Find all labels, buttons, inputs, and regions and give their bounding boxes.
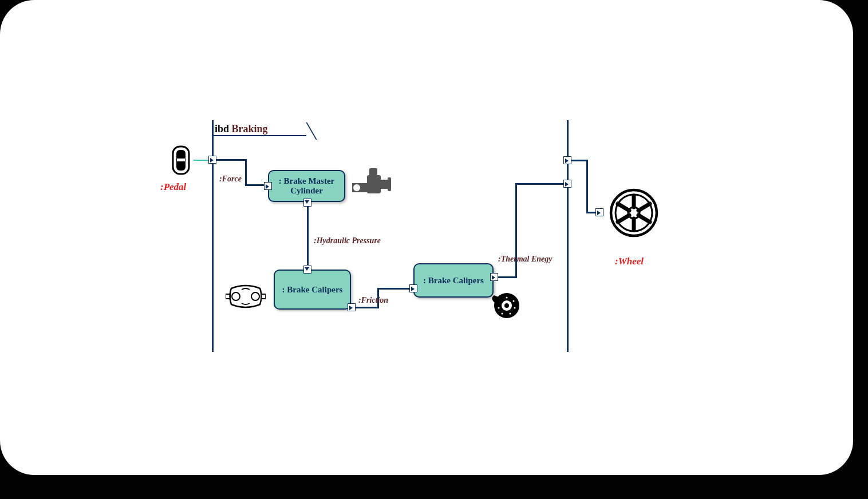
port-mc-out: [303, 199, 311, 207]
svg-rect-16: [381, 180, 389, 189]
port-wheel: [595, 208, 603, 216]
diagram-card: ibd Braking :Pedal: [0, 0, 853, 475]
left-boundary: [212, 120, 214, 352]
block-calipers-1-label: : Brake Calipers: [282, 285, 343, 295]
conn-thermal-h1: [498, 276, 516, 278]
frame-prefix: ibd: [215, 123, 229, 134]
conn-force-h: [216, 159, 246, 161]
flow-friction: :Friction: [358, 296, 388, 305]
block-master-cylinder-label: : Brake Master Cylinder: [274, 176, 340, 196]
conn-wheel-h1: [571, 160, 587, 161]
port-c1-out: [348, 303, 356, 311]
right-boundary: [567, 120, 569, 352]
frame-title: ibd Braking: [215, 123, 268, 135]
caliper-icon: [226, 284, 266, 310]
conn-hydraulic-v: [307, 207, 309, 265]
flow-hydraulic: :Hydraulic Pressure: [314, 236, 381, 245]
svg-line-11: [618, 215, 629, 222]
port-exit-top: [563, 156, 571, 164]
svg-point-13: [353, 184, 360, 191]
block-master-cylinder: : Brake Master Cylinder: [268, 170, 345, 202]
port-mc-in: [264, 182, 272, 190]
port-c1-in: [303, 266, 311, 274]
block-calipers-1: : Brake Calipers: [274, 270, 351, 310]
svg-point-29: [502, 313, 503, 315]
ibd-diagram: ibd Braking :Pedal: [166, 120, 664, 352]
svg-rect-17: [388, 177, 391, 191]
svg-rect-14: [367, 175, 381, 193]
svg-point-25: [506, 297, 508, 299]
svg-line-8: [618, 204, 629, 211]
svg-point-28: [510, 313, 511, 315]
conn-wheel-v: [586, 160, 588, 213]
svg-point-30: [498, 307, 500, 309]
conn-friction-h2: [377, 288, 412, 290]
pedal-label: :Pedal: [160, 181, 186, 193]
flow-thermal: :Thermal Enegy: [498, 255, 553, 264]
port-entry: [208, 156, 216, 164]
rotor-icon: [490, 291, 524, 320]
pedal-icon: [171, 144, 191, 176]
wheel-icon: [609, 188, 659, 238]
block-calipers-2-label: : Brake Calipers: [423, 276, 484, 286]
port-c2-out: [490, 273, 498, 281]
conn-thermal-h2: [515, 183, 567, 185]
svg-rect-15: [369, 168, 377, 176]
conn-force-v: [245, 159, 247, 185]
svg-point-19: [251, 292, 259, 300]
port-c2-in: [409, 284, 417, 292]
port-exit-mid: [563, 180, 571, 188]
block-calipers-2: : Brake Calipers: [413, 263, 494, 298]
svg-point-27: [514, 307, 516, 309]
svg-rect-2: [177, 159, 185, 161]
svg-point-26: [513, 300, 515, 302]
svg-line-9: [638, 215, 650, 222]
flow-force: :Force: [219, 175, 242, 184]
frame-name: Braking: [232, 123, 268, 134]
master-cylinder-icon: [352, 167, 392, 197]
svg-point-18: [232, 292, 240, 300]
wheel-label: :Wheel: [615, 256, 644, 267]
conn-thermal-v: [515, 183, 517, 278]
svg-point-24: [504, 303, 509, 308]
conn-friction-h1: [356, 307, 378, 308]
svg-line-10: [638, 204, 650, 211]
